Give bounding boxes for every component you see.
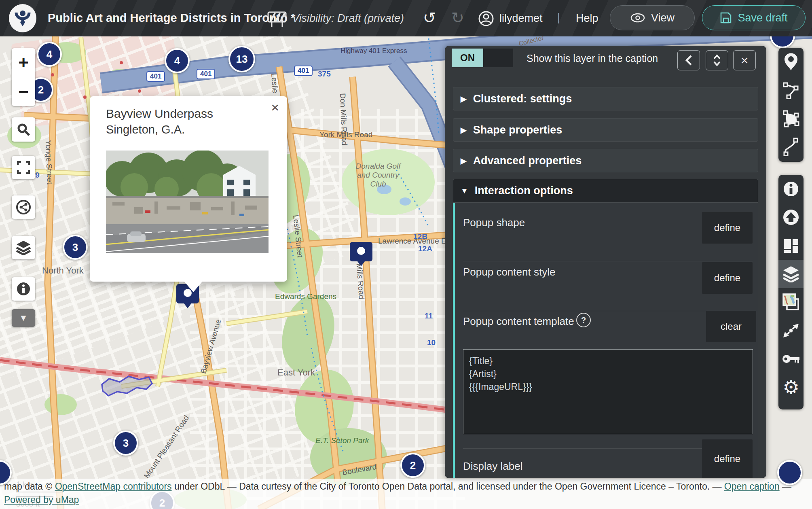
marker-cluster[interactable]: 13 (228, 46, 255, 72)
marker-cluster[interactable]: 4 (37, 42, 62, 67)
center-map-button[interactable] (778, 316, 804, 345)
view-button[interactable]: View (610, 5, 695, 30)
map-title[interactable]: Public Art and Heritage Districts in Tor… (48, 11, 295, 25)
popup-photo (106, 151, 269, 253)
open-caption-link[interactable]: Open caption (724, 481, 780, 492)
section-advanced-properties[interactable]: ▶ Advanced properties (453, 149, 758, 172)
popup-shape-define-button[interactable]: define (702, 212, 753, 244)
popup-tail (184, 281, 203, 292)
draw-polyline-button[interactable] (778, 76, 804, 104)
map-label-district: North York (42, 265, 84, 276)
marker-cluster[interactable]: 3 (63, 235, 88, 260)
marker-pin[interactable] (350, 241, 372, 269)
fullscreen-icon (17, 161, 30, 174)
help-icon[interactable]: ? (576, 313, 591, 327)
search-button[interactable] (12, 117, 35, 142)
section-interaction-options[interactable]: ▼ Interaction options (453, 179, 758, 203)
popup-content-template-input[interactable]: {Title} {Artist} {{{ImageURL}}} (463, 349, 753, 434)
map-label-road: Don Mills Road (338, 93, 349, 146)
display-label-define-button[interactable]: define (702, 439, 753, 478)
edit-toolbar: ⚙ (778, 175, 804, 409)
map-label-park: E.T. Seton Park (315, 436, 369, 445)
chevron-right-icon: ▶ (461, 125, 467, 135)
map-label-golf: Donalda Golf and Country Club (352, 162, 404, 189)
section-label: Advanced properties (473, 155, 582, 167)
popup-shape-label: Popup shape (463, 216, 525, 229)
gear-icon: ⚙ (782, 376, 799, 398)
marker-cluster[interactable]: 4 (165, 48, 190, 73)
close-icon[interactable]: × (271, 100, 279, 115)
section-label: Clustered: settings (473, 93, 572, 105)
share-button[interactable] (12, 195, 35, 219)
map-label-junction: 12B (413, 232, 427, 241)
popup-artist: Singleton, G.A. (106, 123, 185, 136)
undo-icon[interactable]: ↺ (423, 9, 436, 27)
import-data-button[interactable] (778, 203, 804, 231)
change-tilelayer-button[interactable] (778, 288, 804, 316)
popup-content-template-label: Popup content template (463, 315, 574, 328)
fullscreen-button[interactable] (12, 156, 35, 179)
tilelayer-icon (782, 293, 800, 311)
settings-button[interactable]: ⚙ (778, 373, 804, 401)
panel-resize-button[interactable] (706, 50, 728, 70)
username[interactable]: lilydemet (499, 12, 543, 25)
collapse-controls-button[interactable]: ▼ (12, 309, 35, 327)
popup-title: Bayview Underpass (106, 107, 213, 121)
polygon-icon (782, 110, 799, 127)
share-icon (16, 199, 31, 215)
zoom-in-button[interactable]: + (12, 48, 35, 77)
powered-by-umap-link[interactable]: Powered by uMap (4, 494, 79, 505)
layers-button[interactable] (12, 236, 35, 259)
blocks-icon (783, 238, 799, 254)
section-shape-properties[interactable]: ▶ Shape properties (453, 118, 758, 142)
umap-logo-icon[interactable] (9, 4, 36, 32)
search-icon (17, 123, 30, 136)
zoom-out-button[interactable]: − (12, 77, 35, 106)
map-label-highway: Highway 401 Express (340, 47, 407, 55)
redo-icon[interactable]: ↻ (451, 9, 464, 27)
marker-cluster[interactable]: 2 (400, 453, 425, 478)
manage-layers-button[interactable] (778, 260, 804, 288)
section-clustered-settings[interactable]: ▶ Clustered: settings (453, 87, 758, 110)
heritage-district-polygon (102, 376, 152, 396)
help-link[interactable]: Help (576, 12, 598, 25)
chevron-updown-icon (713, 54, 721, 66)
draw-curve-button[interactable] (778, 133, 804, 161)
visibility-status[interactable]: Visibility: Draft (private) (292, 12, 404, 25)
layout-blocks-button[interactable] (778, 231, 804, 260)
section-label: Interaction options (475, 185, 573, 197)
toggle-off-state (483, 49, 513, 67)
panel-back-button[interactable] (677, 50, 700, 70)
draw-marker-button[interactable] (778, 48, 804, 76)
popup-content-template-clear-button[interactable]: clear (706, 311, 756, 342)
save-draft-button[interactable]: Save draft (702, 5, 806, 30)
draw-toolbar (778, 48, 804, 162)
toggle-on-state: ON (452, 49, 483, 67)
chevron-right-icon: ▶ (461, 156, 467, 165)
popup-content-style-label: Popup content style (463, 266, 555, 278)
info-button[interactable] (12, 277, 35, 301)
draw-polygon-button[interactable] (778, 104, 804, 133)
umap-editor: Highway 401 Express 401 401 401 375 York… (0, 0, 812, 509)
zoom-control: + − (12, 48, 35, 106)
map-info-button[interactable] (778, 175, 804, 203)
attribution-bar: map data © OpenStreetMap contributors un… (0, 479, 812, 509)
attribution-text: under ODbL — Data curtesy of the City of… (172, 481, 724, 492)
save-draft-label: Save draft (738, 12, 787, 24)
panel-close-button[interactable]: × (733, 50, 756, 70)
permissions-button[interactable] (778, 345, 804, 373)
show-in-caption-toggle[interactable]: ON (452, 49, 513, 67)
marker-cluster[interactable]: 3 (113, 431, 138, 456)
center-arrows-icon (782, 322, 799, 339)
osm-contributors-link[interactable]: OpenStreetMap contributors (55, 481, 172, 492)
map-label-junction: 10 (427, 338, 436, 347)
map-label-exit: 375 (318, 70, 331, 78)
top-bar: Public Art and Heritage Districts in Tor… (0, 0, 812, 36)
curve-icon (783, 138, 799, 156)
close-icon: × (741, 53, 749, 68)
popup-content-style-define-button[interactable]: define (702, 262, 753, 294)
marker-ball[interactable] (777, 460, 802, 485)
eye-icon (630, 13, 645, 23)
layers-icon (16, 240, 31, 255)
show-in-caption-label: Show this layer in the caption (527, 53, 658, 64)
